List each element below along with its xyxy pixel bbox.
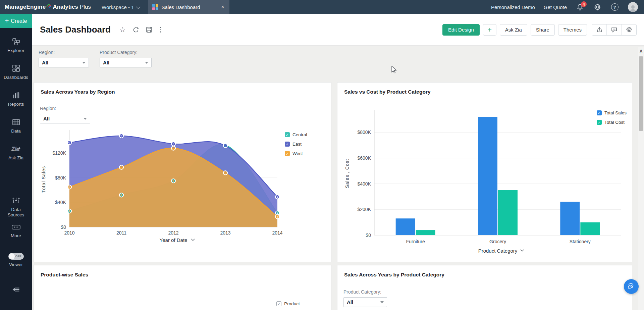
comments-button[interactable] [607, 24, 622, 35]
dropdown-caret-icon [84, 118, 87, 120]
create-button[interactable]: + Create [0, 14, 32, 28]
sidebar-collapse-button[interactable] [12, 287, 20, 294]
brand-product: Analytics [53, 4, 78, 10]
category-filter-select[interactable]: All [100, 58, 152, 67]
edit-design-button[interactable]: Edit Design [442, 24, 480, 36]
category-filter-label: Product Category: [100, 50, 152, 55]
bar-furniture-total-cost[interactable] [416, 230, 435, 235]
legend-checkbox[interactable]: ✓ [285, 151, 290, 156]
legend-checkbox[interactable]: ✓ [276, 301, 281, 306]
bar-furniture-total-sales[interactable] [396, 218, 415, 235]
save-icon[interactable] [146, 27, 152, 33]
refresh-icon[interactable] [132, 27, 139, 33]
dashboard-header: Sales Dashboard ☆ Edit Design + Ask Zia … [32, 14, 644, 46]
svg-text:$200K: $200K [358, 207, 371, 212]
dropdown-caret-icon [380, 301, 384, 303]
legend-item-total-sales[interactable]: ✓Total Sales [597, 110, 627, 115]
legend-label: Total Sales [604, 110, 627, 115]
svg-text:$400K: $400K [358, 181, 371, 187]
legend-label: Product [284, 301, 300, 306]
app-logo[interactable]: ManageEngine Analytics Plus [0, 3, 96, 11]
legend-item-product[interactable]: ✓Product [276, 301, 308, 306]
global-filters: Region: All Product Category: All [39, 50, 152, 67]
region-filter-select[interactable]: All [39, 58, 89, 67]
svg-text:2014: 2014 [272, 230, 282, 236]
share-button[interactable]: Share [531, 24, 555, 36]
scroll-up-arrow[interactable]: ∧ [638, 47, 644, 54]
bar-chart: $0$200K$400K$600K$800KFurnitureGrocerySt… [343, 106, 625, 256]
panel-title: Product-wise Sales [34, 265, 331, 283]
left-sidebar: + Create Explorer Dashboards Reports Dat… [0, 14, 32, 310]
chat-fab-button[interactable] [624, 279, 639, 294]
x-axis-label[interactable]: Year of Date [160, 237, 187, 243]
bar-grocery-total-cost[interactable] [498, 190, 518, 235]
favorite-star-icon[interactable]: ☆ [119, 26, 126, 34]
dashboard-settings-button[interactable] [622, 24, 636, 35]
sidebar-item-reports[interactable]: Reports [0, 91, 32, 112]
legend-label: Central [292, 132, 307, 137]
sidebar-item-explorer[interactable]: Explorer [0, 38, 32, 58]
brand-suffix: Plus [80, 4, 91, 10]
x-axis-label[interactable]: Product Category [478, 248, 518, 254]
personalized-demo-link[interactable]: Personalized Demo [491, 4, 535, 10]
avatar-body-icon [630, 9, 636, 12]
legend-item-central[interactable]: ✓Central [285, 132, 307, 137]
dashboard-tab-icon [152, 4, 158, 10]
more-options-kebab-icon[interactable] [159, 26, 163, 33]
bar-chart-legend: ✓Total Sales✓Total Cost [597, 110, 627, 125]
svg-text:$40K: $40K [55, 200, 66, 205]
tab-sales-dashboard[interactable]: Sales Dashboard × [148, 0, 229, 14]
svg-text:$0: $0 [366, 232, 371, 238]
legend-item-east[interactable]: ✓East [285, 142, 307, 147]
bar-grocery-total-sales[interactable] [478, 117, 497, 235]
tab-close-icon[interactable]: × [220, 4, 225, 10]
legend-checkbox[interactable]: ✓ [285, 132, 290, 137]
sidebar-item-dashboards[interactable]: Dashboards [0, 64, 32, 85]
export-button[interactable] [592, 24, 607, 35]
viewer-toggle[interactable]: OFF [8, 253, 24, 260]
panel-region-filter-select[interactable]: All [40, 114, 90, 123]
dashboards-icon [12, 64, 20, 72]
plus-icon: + [5, 17, 9, 25]
gear-icon [626, 27, 632, 33]
legend-checkbox[interactable]: ✓ [597, 110, 602, 115]
panel-title: Sales Across Years by Region [34, 83, 331, 100]
notification-badge: 4 [581, 1, 587, 7]
notifications-button[interactable]: 4 [576, 3, 584, 11]
svg-text:2012: 2012 [168, 230, 178, 236]
ask-zia-button[interactable]: Ask Zia [500, 24, 527, 36]
sidebar-item-data-sources[interactable]: Data Sources [0, 197, 32, 217]
add-widget-button[interactable]: + [483, 24, 496, 36]
legend-label: West [292, 151, 303, 156]
sidebar-item-data[interactable]: Data [0, 118, 32, 139]
area-chart-legend: ✓Central✓East✓West [285, 132, 307, 156]
tab-label: Sales Dashboard [161, 4, 200, 10]
explorer-icon [12, 38, 20, 46]
create-label: Create [11, 18, 27, 24]
header-icon-group [592, 24, 637, 36]
bar-stationery-total-sales[interactable] [560, 202, 580, 235]
page-title: Sales Dashboard [40, 24, 111, 35]
panel-title: Sales Across Years by Product Category [337, 265, 632, 283]
workspace-selector[interactable]: Workspace - 1 [96, 0, 148, 14]
admin-settings-button[interactable] [593, 3, 602, 11]
sidebar-item-ask-zia[interactable]: Zia Ask Zia [0, 145, 32, 166]
vertical-scrollbar: ∧ [638, 47, 644, 310]
scrollbar-thumb[interactable] [639, 56, 643, 131]
help-button[interactable]: ? [610, 3, 619, 11]
svg-text:Zia: Zia [11, 146, 19, 152]
themes-button[interactable]: Themes [558, 24, 587, 36]
get-quote-link[interactable]: Get Quote [544, 4, 567, 10]
user-avatar[interactable] [628, 2, 638, 12]
sidebar-item-more[interactable]: More [0, 223, 32, 244]
panel-category-filter-label: Product Category: [343, 289, 626, 295]
comment-icon [611, 27, 617, 33]
legend-checkbox[interactable]: ✓ [597, 120, 602, 125]
panel-sales-across-years-by-category: Sales Across Years by Product Category P… [337, 265, 632, 310]
bar-stationery-total-cost[interactable] [580, 222, 600, 235]
legend-checkbox[interactable]: ✓ [285, 142, 290, 147]
svg-text:2010: 2010 [64, 230, 74, 236]
legend-item-west[interactable]: ✓West [285, 151, 307, 156]
legend-item-total-cost[interactable]: ✓Total Cost [597, 120, 627, 125]
panel-category-filter-select[interactable]: All [343, 297, 387, 307]
